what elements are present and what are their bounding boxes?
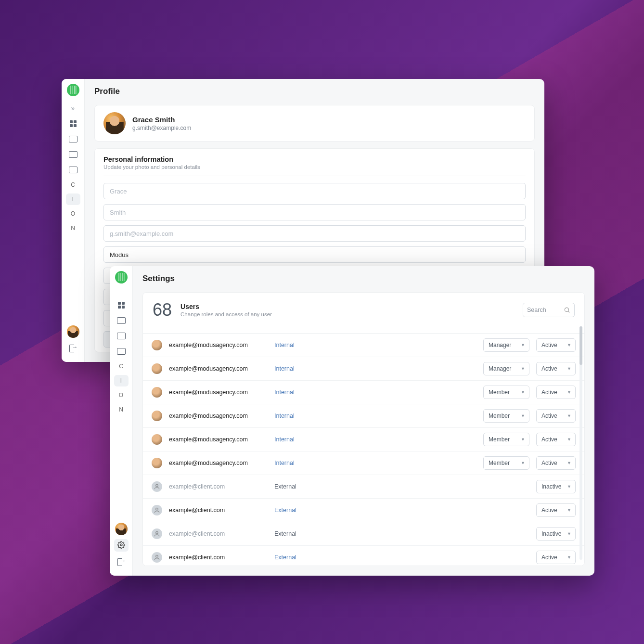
user-row: example@modusagency.comInternalMember▼Ac…: [143, 404, 584, 428]
user-list: example@modusagency.comInternalManager▼A…: [143, 333, 584, 566]
status-dropdown[interactable]: Active▼: [536, 409, 576, 423]
user-type[interactable]: Internal: [274, 436, 295, 443]
nav-folder-3[interactable]: [66, 164, 80, 176]
logout-button[interactable]: [66, 342, 80, 354]
nav-dashboard[interactable]: [114, 299, 129, 311]
status-dropdown[interactable]: Active▼: [536, 503, 576, 517]
user-type[interactable]: External: [274, 554, 296, 561]
chevron-down-icon: ▼: [567, 484, 571, 489]
nav-letter-n[interactable]: N: [114, 404, 129, 415]
chevron-down-icon: ▼: [521, 437, 525, 442]
expand-sidebar-button[interactable]: [66, 102, 80, 115]
last-name-input[interactable]: Smith: [103, 204, 526, 220]
nav-letter-n[interactable]: N: [66, 222, 80, 234]
logout-icon: [69, 345, 77, 351]
first-name-input[interactable]: Grace: [103, 183, 526, 199]
role-dropdown[interactable]: Member▼: [483, 433, 529, 446]
nav-letter-o[interactable]: O: [66, 208, 80, 219]
chevron-down-icon: ▼: [567, 555, 571, 560]
nav-folder-2[interactable]: [66, 148, 80, 161]
role-dropdown[interactable]: Member▼: [483, 456, 529, 470]
role-dropdown[interactable]: Member▼: [483, 386, 529, 399]
user-row: example@modusagency.comInternalManager▼A…: [143, 357, 584, 381]
user-icon: [152, 505, 162, 515]
settings-window: ║║ C I O N Settings 68 Use: [110, 266, 594, 576]
user-avatar: [152, 340, 162, 350]
users-subtitle: Change roles and access of any user: [180, 311, 272, 317]
svg-point-1: [565, 308, 568, 311]
sidebar: ║║ C I O N: [110, 266, 133, 576]
user-count: 68: [153, 301, 172, 319]
status-dropdown[interactable]: Active▼: [536, 456, 576, 470]
nav-letter-c[interactable]: C: [114, 361, 129, 372]
role-dropdown[interactable]: Manager▼: [483, 338, 529, 352]
user-row: example@client.comExternalInactive▼: [143, 475, 584, 499]
company-input[interactable]: Modus: [103, 246, 526, 263]
chevron-down-icon: ▼: [521, 461, 525, 465]
nav-settings[interactable]: [114, 539, 129, 552]
chevron-down-icon: ▼: [567, 343, 571, 348]
nav-letter-o[interactable]: O: [114, 389, 129, 401]
user-email: example@client.com: [169, 554, 268, 561]
role-dropdown[interactable]: Manager▼: [483, 362, 529, 375]
user-type[interactable]: Internal: [274, 460, 295, 466]
current-user-avatar[interactable]: [115, 523, 128, 535]
status-dropdown[interactable]: Active▼: [536, 551, 576, 564]
email-input[interactable]: g.smith@example.com: [103, 225, 526, 242]
svg-line-2: [568, 311, 570, 313]
user-icon: [152, 481, 162, 492]
nav-folder-1[interactable]: [66, 133, 80, 145]
gear-icon: [117, 541, 125, 550]
user-email: example@modusagency.com: [169, 412, 268, 419]
nav-folder-3[interactable]: [114, 345, 129, 358]
status-dropdown[interactable]: Inactive▼: [536, 480, 576, 493]
user-icon: [152, 552, 162, 563]
scrollbar[interactable]: [580, 326, 582, 560]
profile-header-card: Grace Smith g.smith@example.com: [94, 105, 535, 142]
role-dropdown[interactable]: Member▼: [483, 409, 529, 423]
status-dropdown[interactable]: Active▼: [536, 386, 576, 399]
user-type[interactable]: Internal: [274, 365, 295, 372]
user-avatar: [152, 458, 162, 468]
nav-folder-2[interactable]: [114, 330, 129, 342]
user-name: Grace Smith: [132, 116, 191, 124]
status-dropdown[interactable]: Active▼: [536, 362, 576, 375]
user-email: example@client.com: [169, 530, 268, 537]
user-email: example@modusagency.com: [169, 389, 268, 396]
chevron-down-icon: ▼: [567, 461, 571, 465]
user-type[interactable]: Internal: [274, 412, 295, 419]
logout-icon: [117, 558, 125, 565]
user-icon: [152, 528, 162, 539]
current-user-avatar[interactable]: [67, 325, 79, 338]
folder-icon: [69, 136, 77, 142]
logout-button[interactable]: [114, 555, 129, 568]
user-email: example@modusagency.com: [169, 342, 268, 348]
user-type[interactable]: Internal: [274, 342, 295, 348]
nav-dashboard[interactable]: [66, 117, 80, 130]
search-icon: [564, 307, 570, 313]
search-input[interactable]: Search: [523, 303, 575, 317]
nav-letter-c[interactable]: C: [66, 179, 80, 191]
status-dropdown[interactable]: Inactive▼: [536, 527, 576, 541]
user-type[interactable]: Internal: [274, 389, 295, 396]
section-title: Personal information: [103, 155, 526, 163]
nav-letter-i[interactable]: I: [66, 193, 80, 205]
chevron-down-icon: ▼: [521, 366, 525, 371]
users-card: 68 Users Change roles and access of any …: [142, 292, 585, 566]
user-row: example@client.comExternalInactive▼: [143, 522, 584, 546]
sidebar: ║║ C I O N: [62, 79, 85, 362]
app-logo: ║║: [115, 271, 128, 283]
nav-letter-i[interactable]: I: [114, 375, 129, 386]
status-dropdown[interactable]: Active▼: [536, 433, 576, 446]
status-dropdown[interactable]: Active▼: [536, 338, 576, 352]
chevron-down-icon: ▼: [567, 508, 571, 513]
folder-icon: [69, 151, 77, 158]
svg-point-5: [156, 531, 158, 534]
users-title: Users: [180, 303, 272, 310]
user-row: example@modusagency.comInternalManager▼A…: [143, 334, 584, 357]
page-title: Profile: [94, 87, 535, 96]
chevron-down-icon: ▼: [567, 437, 571, 442]
user-type[interactable]: External: [274, 507, 296, 514]
nav-folder-1[interactable]: [114, 314, 129, 327]
svg-point-4: [156, 508, 158, 510]
